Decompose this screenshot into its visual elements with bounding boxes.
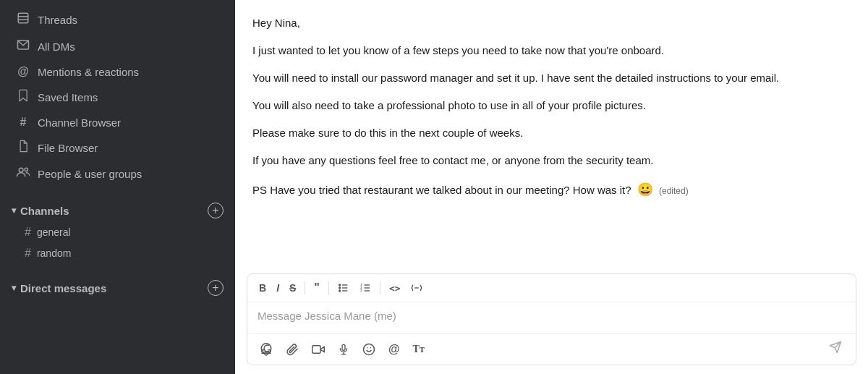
chevron-down-icon: ▾ — [12, 283, 16, 293]
file-browser-icon — [16, 140, 30, 156]
channel-browser-label: Channel Browser — [38, 116, 121, 129]
bold-button[interactable]: B — [255, 279, 271, 297]
svg-text:3: 3 — [360, 289, 362, 292]
edited-label: (edited) — [659, 186, 689, 196]
code-block-button[interactable] — [407, 279, 427, 297]
mentions-label: Mentions & reactions — [38, 66, 139, 78]
sidebar-item-people[interactable]: People & user groups — [4, 161, 231, 186]
message-ps: PS Have you tried that restaurant we tal… — [252, 184, 631, 196]
chevron-down-icon: ▾ — [12, 205, 16, 216]
svg-point-11 — [339, 290, 341, 292]
toolbar-divider-3 — [380, 281, 380, 294]
strikethrough-button[interactable]: S — [285, 279, 300, 297]
toolbar-divider-1 — [305, 281, 305, 294]
format-text-button[interactable]: Tт — [408, 340, 430, 359]
message-line2: You will need to install our password ma… — [252, 72, 779, 84]
sidebar-item-threads[interactable]: Threads — [4, 7, 231, 33]
add-channel-button[interactable]: + — [208, 203, 224, 218]
svg-point-10 — [339, 287, 341, 289]
saved-icon — [16, 89, 30, 105]
dm-section-header[interactable]: ▾ Direct messages + — [0, 273, 235, 299]
hash-icon: # — [25, 226, 31, 239]
people-icon — [16, 166, 30, 181]
sidebar-item-channel-browser[interactable]: # Channel Browser — [4, 111, 231, 134]
paperclip-button[interactable] — [281, 339, 304, 360]
sidebar: Threads All DMs @ Mentions & reactions S… — [0, 0, 235, 374]
channel-general-label: general — [37, 226, 71, 238]
svg-point-26 — [364, 344, 375, 354]
message-line3: You will also need to take a professiona… — [252, 99, 646, 111]
channel-random-label: random — [37, 247, 71, 259]
send-button[interactable] — [822, 338, 848, 360]
svg-point-4 — [19, 168, 23, 172]
svg-rect-22 — [312, 345, 320, 353]
mic-button[interactable] — [333, 339, 354, 360]
saved-label: Saved Items — [38, 91, 98, 103]
quote-button[interactable]: " — [310, 279, 324, 297]
svg-marker-21 — [320, 347, 324, 352]
composer-actions: @ Tт — [247, 333, 856, 365]
threads-icon — [16, 12, 30, 27]
emoji-button[interactable] — [357, 339, 380, 360]
sidebar-item-all-dms[interactable]: All DMs — [4, 33, 231, 59]
message-text: Hey Nina, I just wanted to let you know … — [252, 14, 851, 200]
message-line1: I just wanted to let you know of a few s… — [252, 44, 664, 56]
all-dms-label: All DMs — [38, 41, 75, 53]
message-area: Hey Nina, I just wanted to let you know … — [235, 0, 868, 268]
channels-section-title: ▾ Channels — [12, 205, 69, 217]
message-line4: Please make sure to do this in the next … — [252, 127, 523, 139]
sidebar-item-saved[interactable]: Saved Items — [4, 84, 231, 110]
channels-section-header[interactable]: ▾ Channels + — [0, 195, 235, 221]
message-input[interactable]: Message Jessica Mane (me) — [247, 302, 856, 333]
svg-point-5 — [25, 168, 27, 171]
hash-icon: # — [25, 247, 31, 260]
composer-toolbar: B I S " 123 <> — [247, 274, 856, 302]
composer-placeholder: Message Jessica Mane (me) — [258, 310, 396, 322]
people-label: People & user groups — [38, 168, 142, 180]
channel-item-random[interactable]: # random — [4, 243, 231, 263]
video-button[interactable] — [307, 339, 330, 360]
dm-section-title: ▾ Direct messages — [12, 282, 106, 294]
message-greeting: Hey Nina, — [252, 17, 300, 29]
attach-file-button[interactable] — [255, 339, 278, 360]
all-dms-icon — [16, 38, 30, 54]
mention-button[interactable]: @ — [383, 339, 405, 360]
sidebar-item-mentions[interactable]: @ Mentions & reactions — [4, 60, 231, 83]
threads-label: Threads — [38, 14, 77, 26]
message-composer: B I S " 123 <> Message Jessica Mane (me) — [247, 273, 856, 365]
file-browser-label: File Browser — [38, 142, 98, 154]
toolbar-divider-2 — [328, 281, 329, 294]
main-content: Hey Nina, I just wanted to let you know … — [235, 0, 868, 374]
svg-rect-0 — [18, 13, 28, 23]
svg-point-9 — [339, 284, 341, 286]
channel-browser-icon: # — [16, 116, 30, 129]
add-dm-button[interactable]: + — [208, 280, 224, 296]
italic-button[interactable]: I — [272, 279, 284, 297]
channel-item-general[interactable]: # general — [4, 222, 231, 242]
svg-point-19 — [265, 347, 268, 350]
code-button[interactable]: <> — [385, 280, 405, 297]
message-line5: If you have any questions feel free to c… — [252, 154, 653, 166]
mentions-icon: @ — [16, 65, 30, 78]
numbered-list-button[interactable]: 123 — [355, 279, 375, 297]
ps-emoji: 😀 — [637, 182, 653, 197]
bullet-list-button[interactable] — [333, 279, 354, 297]
sidebar-item-file-browser[interactable]: File Browser — [4, 135, 231, 161]
svg-rect-23 — [342, 344, 345, 350]
